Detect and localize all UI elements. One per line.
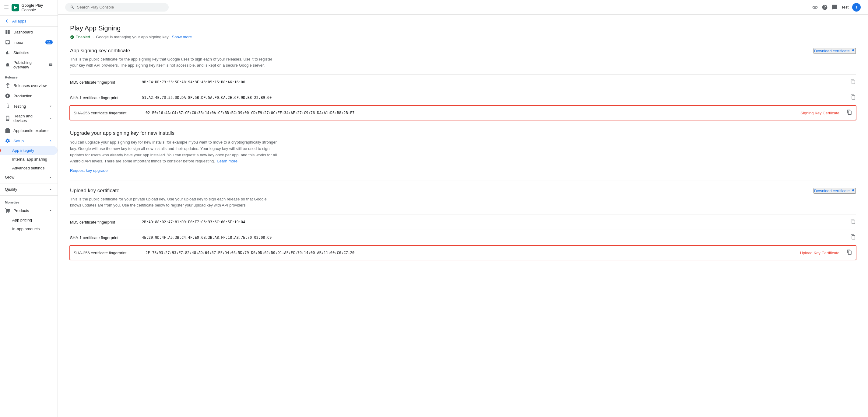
upgrade-section: Upgrade your app signing key for new ins… (70, 130, 856, 173)
sha256-label: SHA-256 certificate fingerprint (74, 111, 141, 115)
signing-md5-row: MD5 certificate fingerprint 9B:E4:DD:73:… (70, 74, 856, 90)
sidebar-item-quality[interactable]: Quality (0, 185, 58, 194)
release-section-label: Release (0, 72, 58, 80)
cart-icon (5, 208, 10, 213)
setup-label: Setup (13, 139, 24, 143)
bar-chart-icon (5, 50, 10, 55)
sidebar-item-label: Statistics (13, 50, 29, 55)
help-icon[interactable] (822, 4, 828, 10)
md5-value: 9B:E4:DD:73:53:5E:A8:9A:3F:A3:D5:15:B8:A… (142, 80, 843, 84)
download-signing-cert-button[interactable]: Download certificate (813, 48, 856, 54)
app-pricing-label: App pricing (12, 218, 32, 222)
sidebar-item-internal-app-sharing[interactable]: Internal app sharing (0, 155, 58, 164)
upload-sha1-row: SHA-1 certificate fingerprint 4E:29:9D:4… (70, 230, 856, 245)
link-icon[interactable] (812, 4, 818, 10)
sidebar-item-label: Inbox (13, 40, 23, 45)
signing-sha1-row: SHA-1 certificate fingerprint 51:A2:4E:7… (70, 90, 856, 105)
sidebar-item-grow[interactable]: Grow (0, 172, 58, 182)
check-circle-icon (70, 35, 74, 39)
sidebar-item-dashboard[interactable]: Dashboard (0, 27, 58, 37)
upload-cert-desc: This is the public certificate for your … (70, 196, 277, 208)
copy-icon (847, 249, 852, 255)
grow-label: Grow (5, 175, 14, 179)
topbar: Test T (58, 0, 868, 14)
signing-sha256-row: SHA-256 certificate fingerprint 02:B0:16… (69, 105, 857, 120)
search-bar[interactable] (65, 3, 169, 11)
sha1-value: 51:A2:4E:7D:55:DD:DA:8F:5B:DF:5A:F0:CA:2… (142, 96, 843, 100)
testing-icon (5, 103, 10, 109)
copy-upload-sha1-button[interactable] (850, 234, 856, 241)
sidebar-item-statistics[interactable]: Statistics (0, 47, 58, 58)
sidebar-item-label: Publishing overview (13, 60, 46, 69)
sidebar-item-publishing-overview[interactable]: Publishing overview (0, 58, 58, 72)
request-key-upgrade-link[interactable]: Request key upgrade (70, 168, 108, 173)
signing-cert-desc: This is the public certificate for the a… (70, 56, 277, 68)
feedback-icon[interactable] (832, 4, 838, 10)
internal-app-sharing-label: Internal app sharing (12, 157, 47, 162)
topbar-actions: Test T (812, 3, 861, 11)
upload-key-badge: Upload Key Certificate (800, 251, 839, 255)
production-icon (5, 93, 10, 99)
download-upload-cert-button[interactable]: Download certificate (813, 188, 856, 194)
sidebar-item-label: Dashboard (13, 30, 33, 34)
menu-icon[interactable] (4, 4, 9, 11)
inbox-icon (5, 39, 10, 45)
section-divider (70, 180, 856, 180)
copy-upload-md5-button[interactable] (850, 219, 856, 225)
sidebar-item-in-app-products[interactable]: In-app products (0, 224, 58, 233)
copy-sha256-button[interactable] (847, 109, 852, 116)
grow-expand-icon (49, 175, 53, 179)
all-apps-button[interactable]: All apps (0, 15, 58, 27)
collapse-icon (49, 139, 53, 143)
upload-sha1-label: SHA-1 certificate fingerprint (70, 235, 137, 240)
upgrade-desc: You can upgrade your app signing key for… (70, 139, 277, 165)
products-expand-icon (49, 208, 53, 213)
sidebar-item-setup[interactable]: Setup (0, 136, 58, 146)
sidebar-item-advanced-settings[interactable]: Advanced settings (0, 164, 58, 172)
user-avatar[interactable]: T (852, 3, 861, 11)
upload-sha256-row: SHA-256 certificate fingerprint 2F:7B:93… (69, 245, 857, 260)
sidebar-item-inbox[interactable]: Inbox 11 (0, 37, 58, 47)
upload-cert-section: Upload key certificate Download certific… (70, 188, 856, 260)
signing-cert-section: App signing key certificate Download cer… (70, 48, 856, 120)
annotation-arrow (0, 147, 1, 154)
sidebar-item-production[interactable]: Production (0, 91, 58, 101)
sidebar-header: Google Play Console (0, 0, 58, 15)
upload-cert-title: Upload key certificate (70, 188, 813, 194)
show-more-link[interactable]: Show more (172, 35, 192, 39)
grid-icon (5, 29, 10, 35)
sidebar-item-label: Releases overview (13, 83, 46, 88)
bundle-icon (5, 128, 10, 133)
products-label: Products (13, 208, 29, 213)
all-apps-label: All apps (12, 19, 26, 24)
upload-md5-label: MD5 certificate fingerprint (70, 220, 137, 224)
in-app-products-label: In-app products (12, 227, 39, 231)
expand-icon (49, 116, 53, 120)
sidebar-item-reach-devices[interactable]: Reach and devices (0, 111, 58, 125)
monetize-section-label: Monetize (0, 197, 58, 205)
sidebar-item-app-bundle[interactable]: App bundle explorer (0, 125, 58, 136)
sidebar-item-releases-overview[interactable]: Releases overview (0, 80, 58, 91)
sidebar-app-title: Google Play Console (21, 3, 54, 12)
learn-more-link[interactable]: Learn more (217, 159, 238, 163)
sidebar-item-app-pricing[interactable]: App pricing (0, 216, 58, 224)
user-label[interactable]: Test (841, 5, 848, 9)
download-icon (851, 49, 855, 53)
main-area: Test T Play App Signing Enabled · Google… (58, 0, 868, 417)
publishing-icon (5, 62, 10, 68)
releases-icon (5, 83, 10, 88)
back-arrow-icon (5, 19, 10, 24)
signing-cert-header: App signing key certificate Download cer… (70, 48, 856, 54)
upgrade-title: Upgrade your app signing key for new ins… (70, 130, 856, 136)
copy-upload-sha256-button[interactable] (847, 249, 852, 256)
sidebar-item-products[interactable]: Products (0, 205, 58, 216)
copy-sha1-button[interactable] (850, 94, 856, 101)
sidebar-item-app-integrity[interactable]: App integrity (0, 146, 58, 155)
upload-md5-value: 2B:AD:88:02:A7:81:D9:E0:F7:C3:33:6C:60:5… (142, 220, 843, 224)
signing-key-badge: Signing Key Certiicate (800, 111, 839, 115)
inbox-badge: 11 (45, 40, 53, 44)
search-input[interactable] (77, 5, 164, 9)
sidebar-item-testing[interactable]: Testing (0, 101, 58, 111)
sha256-value: 02:B0:16:4A:C4:67:CF:C0:38:14:0A:CF:BD:B… (146, 111, 791, 115)
copy-md5-button[interactable] (850, 79, 856, 85)
